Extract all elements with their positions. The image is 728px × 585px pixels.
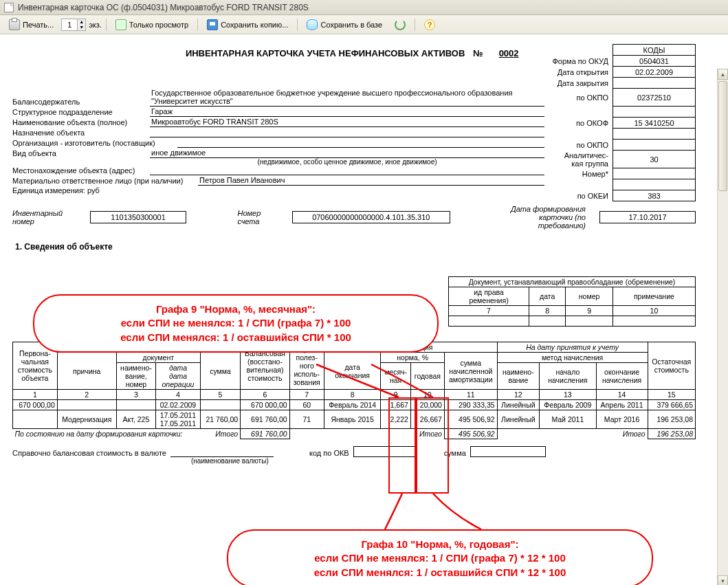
- main-table: Первона- чальная стоимость объекта Измен…: [12, 342, 696, 439]
- okv-code-box: [353, 446, 415, 457]
- save-copy-button[interactable]: Сохранить копию...: [202, 17, 293, 32]
- diskette-icon: [207, 19, 218, 30]
- table-row: 670 000,0002.02.2009670 000,0060Февраль …: [13, 400, 696, 410]
- spinner-down-icon[interactable]: ▼: [77, 25, 85, 30]
- codes-block: КОДЫ Форма по ОКУД0504031 Дата открытия0…: [550, 44, 696, 201]
- reference-line: Справочно балансовая стоимость в валюте …: [12, 446, 696, 457]
- refresh-button[interactable]: [390, 17, 410, 32]
- help-icon: ?: [424, 19, 435, 30]
- view-only-button[interactable]: Только просмотр: [111, 17, 193, 32]
- document-icon: [4, 3, 14, 12]
- section1-title: 1. Сведения об объекте: [15, 242, 696, 252]
- document-body: КОДЫ Форма по ОКУД0504031 Дата открытия0…: [0, 34, 708, 470]
- spinner-up-icon[interactable]: ▲: [77, 19, 85, 25]
- window-titlebar: Инвентарная карточка ОС (ф.0504031) Микр…: [0, 0, 728, 15]
- table-row: МодернизацияАкт, 22517.05.2011 17.05.201…: [13, 410, 696, 429]
- scroll-up-icon[interactable]: ▲: [718, 69, 728, 80]
- scroll-thumb-v[interactable]: [718, 81, 727, 191]
- identifiers-row: Инвентарный номер 1101350300001 Номер сч…: [12, 205, 696, 230]
- save-db-button[interactable]: Сохранить в базе: [302, 17, 387, 32]
- save-db-label: Сохранить в базе: [320, 21, 382, 29]
- account-number: 07060000000000000.4.101.35.310: [292, 211, 450, 223]
- print-label: Печать...: [23, 21, 54, 29]
- view-only-icon: [115, 19, 126, 30]
- callout-col10: Графа 10 "Норма, %, годовая": если СПИ н…: [227, 529, 653, 585]
- form-date: 17.10.2017: [599, 211, 696, 223]
- card-number: 0002: [495, 48, 522, 58]
- print-button[interactable]: Печать...: [4, 17, 58, 32]
- inventory-number: 1101350300001: [90, 211, 186, 223]
- copies-suffix: экз.: [89, 21, 102, 29]
- copies-spinner[interactable]: ▲ ▼: [61, 19, 86, 31]
- codes-header: КОДЫ: [613, 45, 696, 56]
- window-title: Инвентарная карточка ОС (ф.0504031) Микр…: [18, 3, 309, 12]
- database-icon: [307, 19, 318, 30]
- refresh-icon: [395, 19, 406, 30]
- scrollbar-vertical[interactable]: ▲ ▼: [717, 69, 728, 585]
- help-button[interactable]: ?: [419, 17, 440, 32]
- view-only-label: Только просмотр: [129, 21, 188, 29]
- printer-icon: [9, 19, 20, 30]
- toolbar: Печать... ▲ ▼ экз. Только просмотр Сохра…: [0, 15, 728, 34]
- scroll-down-icon[interactable]: ▼: [718, 575, 728, 585]
- copies-input[interactable]: [62, 20, 77, 30]
- sum-box: [470, 446, 546, 457]
- rights-table: Документ, устанавливающий правообладание…: [448, 276, 696, 327]
- callout-col9: Графа 9 "Норма, %, месячная": если СПИ н…: [33, 294, 439, 353]
- save-copy-label: Сохранить копию...: [221, 21, 288, 29]
